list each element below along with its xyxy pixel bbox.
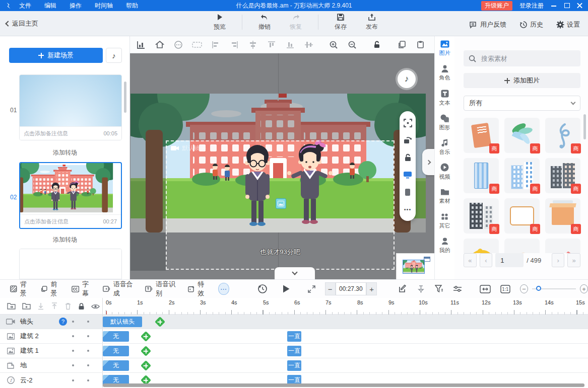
- track-settings-button[interactable]: [453, 285, 462, 292]
- add-keyframe-button[interactable]: [155, 317, 165, 327]
- lock-tracks-icon[interactable]: [78, 302, 85, 310]
- add-keyframe-button[interactable]: [141, 360, 151, 371]
- playback-history-button[interactable]: [257, 284, 268, 294]
- category-other[interactable]: 其它: [435, 209, 454, 234]
- time-display[interactable]: 00:27.30: [336, 282, 366, 295]
- background-button[interactable]: 背景: [10, 280, 31, 298]
- add-keyframe-button[interactable]: [141, 346, 151, 356]
- add-transition-button[interactable]: 添加转场: [0, 236, 130, 244]
- minimap-panel[interactable]: [396, 253, 434, 279]
- duration-chip[interactable]: 一直: [287, 346, 301, 356]
- actual-size-button[interactable]: 1:1: [500, 285, 510, 293]
- menu-edit[interactable]: 编辑: [44, 2, 56, 10]
- timeline-zoom-out-button[interactable]: −: [520, 284, 528, 293]
- align-left-icon[interactable]: [211, 40, 221, 50]
- copy-icon[interactable]: [397, 40, 407, 50]
- align-hcenter-icon[interactable]: [248, 40, 258, 50]
- zoom-in-icon[interactable]: [329, 40, 339, 50]
- asset-tile-egg[interactable]: [504, 239, 540, 253]
- camera-frame[interactable]: 默认镜头 也就才93分吧: [166, 140, 395, 270]
- move-up-icon[interactable]: [51, 302, 58, 310]
- tts-button[interactable]: 语音合成: [103, 280, 136, 298]
- track-row-building-1[interactable]: 建筑 1 无 一直: [0, 344, 588, 358]
- category-image[interactable]: 图片: [435, 36, 454, 61]
- first-page-button[interactable]: «: [464, 253, 477, 267]
- track-toggle-dot[interactable]: [72, 350, 74, 352]
- canvas-stage[interactable]: 默认镜头 也就才93分吧 ♪ •••: [130, 53, 434, 279]
- edit-mode-button[interactable]: [398, 284, 407, 293]
- asset-filter-dropdown[interactable]: 所有: [464, 96, 580, 111]
- close-button[interactable]: [577, 3, 583, 9]
- subtitle-text[interactable]: 也就才93分吧: [167, 248, 394, 257]
- zoom-out-icon[interactable]: [347, 40, 357, 50]
- track-toggle-dot[interactable]: [72, 364, 74, 366]
- track-toggle-dot[interactable]: [72, 321, 74, 323]
- prev-page-button[interactable]: ‹: [480, 253, 493, 267]
- track-toggle-dot[interactable]: [72, 379, 74, 381]
- track-toggle-dot[interactable]: [87, 335, 89, 337]
- settings-button[interactable]: 设置: [556, 20, 580, 29]
- expand-panel-tab[interactable]: [422, 149, 434, 175]
- menu-help[interactable]: 帮助: [126, 2, 138, 10]
- asset-tile-whiteboard[interactable]: 商: [504, 198, 540, 234]
- asset-tile-treble-clef[interactable]: 商: [545, 118, 580, 153]
- last-page-button[interactable]: »: [567, 253, 580, 267]
- rotate-icon[interactable]: [403, 135, 412, 144]
- fit-timeline-button[interactable]: [480, 285, 491, 293]
- timeline-zoom-slider[interactable]: [532, 288, 576, 289]
- asset-tile-box[interactable]: 商: [545, 198, 580, 234]
- foreground-button[interactable]: 前景: [41, 280, 62, 298]
- delete-icon[interactable]: [64, 302, 72, 310]
- collapse-timeline-tab[interactable]: [275, 267, 315, 279]
- new-group-icon[interactable]: [22, 302, 31, 310]
- time-increase-button[interactable]: +: [366, 282, 377, 295]
- duration-chip[interactable]: 一直: [287, 360, 301, 371]
- history-button[interactable]: 历史: [519, 20, 543, 29]
- track-row-building-2[interactable]: 建筑 2 无 一直: [0, 329, 588, 344]
- back-home-button[interactable]: 返回主页: [6, 19, 38, 28]
- align-right-icon[interactable]: [229, 40, 239, 50]
- move-down-icon[interactable]: [37, 302, 44, 310]
- pin-track-button[interactable]: [417, 285, 425, 293]
- entrance-effect-chip[interactable]: 无: [103, 346, 129, 356]
- asset-tile-gray-building[interactable]: 商: [545, 158, 580, 193]
- asset-search[interactable]: [464, 50, 580, 66]
- home-icon[interactable]: [155, 40, 165, 50]
- publish-button[interactable]: 发布: [363, 13, 381, 31]
- effects-button[interactable]: 特效: [188, 280, 209, 298]
- menu-file[interactable]: 文件: [19, 2, 31, 10]
- preview-button[interactable]: 预览: [211, 13, 229, 31]
- scene-thumbnail-3[interactable]: [19, 249, 122, 279]
- align-vcenter-icon[interactable]: [304, 40, 314, 50]
- more-options-icon[interactable]: •••: [403, 205, 412, 214]
- align-top-icon[interactable]: [267, 40, 277, 50]
- scene-thumbnail-1[interactable]: 点击添加备注信息 00:05: [19, 74, 122, 140]
- stage-scene[interactable]: 默认镜头 也就才93分吧: [130, 94, 426, 232]
- asr-button[interactable]: 语音识别: [145, 280, 178, 298]
- track-toggle-dot[interactable]: [87, 364, 89, 366]
- portrait-mode-icon[interactable]: [403, 188, 412, 197]
- add-keyframe-button[interactable]: [141, 331, 151, 342]
- track-toggle-dot[interactable]: [87, 350, 89, 352]
- category-mine[interactable]: 我的: [435, 234, 454, 258]
- paste-icon[interactable]: [415, 40, 425, 50]
- category-shapes[interactable]: 图形: [435, 110, 454, 135]
- entrance-effect-chip[interactable]: 无: [103, 331, 129, 342]
- minimize-button[interactable]: [551, 3, 557, 9]
- unlock-icon[interactable]: [403, 153, 412, 162]
- scene-thumbnail-2-selected[interactable]: 点击添加备注信息 00:27: [19, 162, 122, 229]
- align-bottom-icon[interactable]: [285, 40, 295, 50]
- more-tools-button[interactable]: ⋯: [218, 283, 229, 295]
- scene-audio-button[interactable]: ♪: [398, 70, 416, 88]
- stats-icon[interactable]: [136, 40, 146, 50]
- scene-list-scrollbar[interactable]: [124, 82, 126, 113]
- menu-operate[interactable]: 操作: [70, 2, 82, 10]
- zoom-slider-knob[interactable]: [536, 286, 541, 291]
- save-button[interactable]: 保存: [332, 13, 350, 31]
- undo-button[interactable]: 撤销: [255, 13, 274, 31]
- image-element-marker[interactable]: [276, 198, 286, 209]
- login-register-button[interactable]: 登录注册: [519, 2, 544, 10]
- asset-tile-flower[interactable]: [464, 239, 499, 253]
- upgrade-account-button[interactable]: 升级账户: [481, 1, 512, 11]
- visibility-icon[interactable]: [91, 303, 100, 309]
